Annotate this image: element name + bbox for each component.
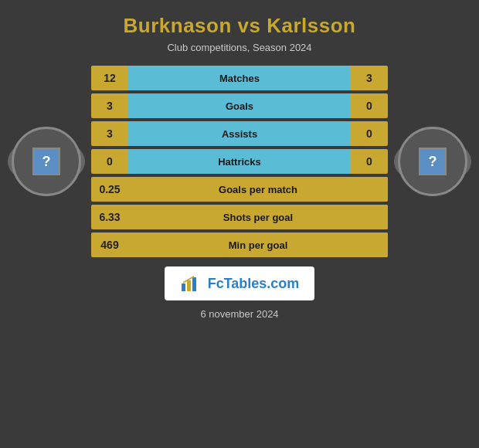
stat-row: 469Min per goal [91,232,388,257]
stat-row: 0.25Goals per match [91,177,388,202]
stats-container: 12Matches33Goals03Assists00Hattricks00.2… [85,66,394,257]
right-player-area: ? [394,137,471,185]
stat-label: Shots per goal [128,212,388,223]
svg-rect-2 [192,277,196,291]
stat-row: 0Hattricks0 [91,149,388,174]
logo-fc: Fc [208,276,224,291]
stat-bar-area: Hattricks [128,149,351,174]
stat-left-value: 3 [91,127,128,140]
stat-bar-area: Min per goal [128,232,388,257]
stat-row: 3Assists0 [91,121,388,146]
stat-right-value: 0 [351,100,388,112]
stat-bar-area: Matches [128,66,351,90]
left-player-area: ? [8,137,85,185]
page-subtitle: Club competitions, Season 2024 [8,42,471,53]
stat-label: Goals [128,100,351,112]
stat-left-value: 0 [91,155,128,168]
logo-tables: Tables.com [224,276,300,291]
stat-bar-area: Shots per goal [128,205,388,229]
stat-label: Min per goal [128,239,388,251]
stat-row: 12Matches3 [91,66,388,90]
stat-bar-area: Assists [128,121,351,146]
stat-row: 6.33Shots per goal [91,205,388,229]
stat-label: Assists [128,128,351,140]
stat-left-value: 0.25 [91,183,128,195]
right-avatar-placeholder: ? [419,148,447,175]
svg-rect-0 [182,283,185,291]
stat-row: 3Goals0 [91,93,388,118]
stat-label: Matches [128,73,351,84]
page-title: Burknason vs Karlsson [8,14,471,38]
stat-label: Hattricks [128,156,351,168]
svg-rect-1 [187,280,191,291]
left-player-avatar: ? [12,127,81,196]
right-player-avatar: ? [398,127,467,196]
stat-left-value: 6.33 [91,211,128,223]
stat-left-value: 3 [91,100,128,112]
stat-right-value: 0 [351,155,388,168]
stat-label: Goals per match [128,184,388,195]
logo-text: FcTables.com [208,276,300,292]
left-avatar-placeholder: ? [32,148,60,175]
stat-right-value: 3 [351,72,388,84]
stat-bar-area: Goals per match [128,177,388,202]
logo-icon [180,273,202,294]
logo-area: FcTables.com [165,266,315,300]
stat-left-value: 12 [91,72,128,84]
stat-right-value: 0 [351,127,388,140]
stat-bar-area: Goals [128,93,351,118]
date-label: 6 november 2024 [200,308,278,320]
stat-left-value: 469 [91,239,128,251]
